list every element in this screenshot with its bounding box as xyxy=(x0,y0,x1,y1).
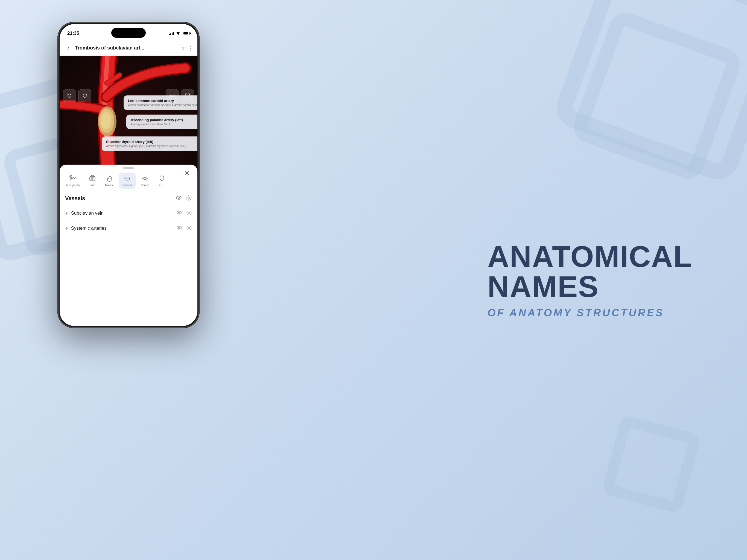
section-actions xyxy=(176,195,192,202)
list-item-subclavian-vein[interactable]: + Subclavian vein xyxy=(65,206,192,221)
favorite-button[interactable]: ☆ xyxy=(180,45,185,51)
layer-tab-bar: Topography Skin xyxy=(60,169,198,191)
expand-icon[interactable]: + xyxy=(65,225,68,232)
item-visibility[interactable] xyxy=(176,225,182,232)
right-text-block: ANATOMICAL NAMES OF ANATOMY STRUCTURES xyxy=(488,241,692,319)
visibility-toggle[interactable] xyxy=(176,195,182,202)
anatomy-label-2: Ascending palatine artery (left) Arteria… xyxy=(126,114,198,129)
back-button[interactable]: ‹ xyxy=(64,45,73,52)
main-title-line1: ANATOMICAL xyxy=(488,241,692,272)
redo-button[interactable] xyxy=(78,89,91,102)
svg-point-16 xyxy=(188,227,190,229)
item-label: Subclavian vein xyxy=(71,210,104,216)
tab-muscle-label: Muscle xyxy=(105,184,114,187)
anatomy-label-1: Left common carotid artery Arteria commu… xyxy=(124,96,198,110)
undo-button[interactable] xyxy=(63,89,76,102)
view-toolbar-left xyxy=(63,89,91,102)
more-button[interactable]: ⋮ xyxy=(187,45,193,51)
phone-mockup: 21:35 ‹ xyxy=(57,22,200,309)
settings-icon[interactable] xyxy=(185,195,192,202)
sub-title: OF ANATOMY STRUCTURES xyxy=(488,307,692,319)
wifi-icon xyxy=(176,31,180,35)
tab-organs[interactable]: Or... xyxy=(154,173,170,189)
sheet-content: Vessels + xyxy=(60,191,198,236)
svg-point-7 xyxy=(144,177,146,180)
item-actions xyxy=(176,225,192,232)
item-actions xyxy=(176,210,192,217)
status-icons xyxy=(169,29,190,35)
dynamic-island xyxy=(111,28,146,38)
item-label: Systemic arteries xyxy=(71,226,107,231)
tab-topography-label: Topography xyxy=(66,184,80,187)
anatomy-label-3: Superior thyroid artery (left) Arteria t… xyxy=(102,136,198,151)
tab-skin-label: Skin xyxy=(90,184,95,187)
phone-frame: 21:35 ‹ xyxy=(57,22,200,328)
bottom-sheet: ✕ Topography xyxy=(60,164,198,326)
nav-title: Trombosis of subclavian art... xyxy=(75,45,178,51)
navigation-bar: ‹ Trombosis of subclavian art... ☆ ⋮ xyxy=(60,41,198,56)
tab-vessels-label: Vessels xyxy=(123,184,132,187)
item-visibility[interactable] xyxy=(176,210,182,217)
status-time: 21:35 xyxy=(67,28,79,36)
bg-shape-3 xyxy=(601,414,701,514)
main-title-line2: NAMES xyxy=(488,272,692,302)
tab-skin[interactable]: Skin xyxy=(85,173,100,189)
tab-muscle[interactable]: Muscle xyxy=(101,173,118,189)
svg-point-3 xyxy=(101,111,111,129)
tab-topography[interactable]: Topography xyxy=(62,173,84,189)
svg-point-11 xyxy=(177,211,182,214)
svg-point-13 xyxy=(188,212,190,213)
list-item-systemic-arteries[interactable]: + Systemic arteries xyxy=(65,221,192,236)
signal-icon xyxy=(169,31,174,35)
item-settings[interactable] xyxy=(186,225,192,232)
tab-organs-label: Or... xyxy=(159,184,164,187)
battery-icon xyxy=(183,32,190,35)
svg-point-10 xyxy=(188,197,189,199)
svg-point-12 xyxy=(178,212,180,213)
tab-nerves[interactable]: Nerves xyxy=(137,173,153,189)
close-button[interactable]: ✕ xyxy=(182,169,192,178)
section-header: Vessels xyxy=(65,191,192,206)
tab-vessels[interactable]: Vessels xyxy=(119,173,136,189)
svg-point-9 xyxy=(178,197,180,199)
svg-point-8 xyxy=(176,196,181,199)
item-settings[interactable] xyxy=(186,210,192,217)
section-title: Vessels xyxy=(65,195,85,202)
phone-screen: 21:35 ‹ xyxy=(60,24,198,326)
expand-icon[interactable]: + xyxy=(65,210,68,217)
svg-point-14 xyxy=(177,226,182,229)
svg-point-15 xyxy=(178,227,180,229)
tab-nerves-label: Nerves xyxy=(140,184,149,187)
